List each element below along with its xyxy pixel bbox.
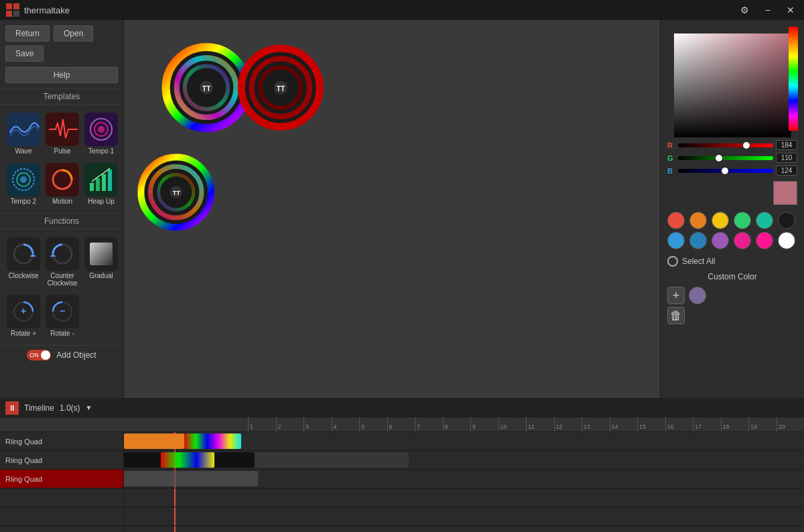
track-content-3[interactable] [124, 470, 804, 488]
custom-color-section-label: Custom Color [661, 269, 804, 284]
g-thumb [716, 155, 722, 161]
r-value-input[interactable] [776, 140, 797, 150]
minimize-button[interactable]: − [761, 3, 775, 17]
track-block-gray3[interactable] [124, 471, 258, 486]
template-tempo2[interactable]: Tempo 2 [5, 160, 42, 208]
swatch-red[interactable] [667, 212, 685, 229]
swatch-pink[interactable] [734, 232, 751, 249]
wave-icon [7, 113, 40, 146]
track-content-4[interactable] [124, 488, 804, 507]
track-content-2[interactable] [124, 451, 804, 469]
function-grid: Clockwise Counter Clockwise [0, 229, 123, 345]
timeline-cursor-5 [174, 507, 176, 525]
custom-add-button[interactable]: + [667, 287, 685, 304]
swatch-yellow[interactable] [712, 212, 729, 229]
color-preview-box [773, 181, 797, 205]
track-row-4 [0, 488, 804, 507]
template-motion[interactable]: Motion [44, 160, 80, 208]
r-slider-row: R [667, 140, 797, 150]
ruler-mark-16: 16 [665, 417, 693, 431]
svg-rect-2 [6, 11, 12, 17]
select-all-label: Select All [682, 257, 715, 266]
track-block-black1[interactable] [124, 452, 161, 468]
ruler-mark-5: 5 [359, 417, 387, 431]
template-grid: Wave Pulse [0, 105, 123, 213]
g-slider[interactable] [678, 156, 773, 160]
track-block-multi1[interactable] [184, 434, 241, 449]
r-slider[interactable] [678, 143, 773, 147]
swatch-hot-pink[interactable] [756, 232, 773, 249]
swatch-white[interactable] [778, 232, 795, 249]
timeline-section: ⏸ Timeline 1.0(s) ▼ 1 2 3 4 5 6 7 8 9 10… [0, 398, 804, 532]
help-button[interactable]: Help [5, 67, 118, 83]
track-content-5[interactable] [124, 507, 804, 525]
swatch-orange[interactable] [689, 212, 707, 229]
track-block-black2[interactable] [214, 452, 255, 468]
custom-add-row: + [667, 287, 797, 304]
track-block-multi2[interactable] [161, 452, 214, 468]
play-pause-button[interactable]: ⏸ [5, 401, 19, 415]
function-gradual[interactable]: Gradual [83, 235, 119, 289]
tempo2-icon [7, 163, 40, 196]
add-object-label: Add Object [56, 350, 96, 360]
hue-bar[interactable] [789, 27, 798, 131]
b-value-input[interactable] [776, 165, 797, 176]
track-row-3: Riing Quad [0, 470, 804, 488]
template-heapup[interactable]: Heap Up [83, 160, 119, 208]
timeline-dropdown[interactable]: ▼ [86, 404, 92, 411]
track-row-2: Riing Quad [0, 451, 804, 470]
return-button[interactable]: Return [5, 25, 50, 42]
open-button[interactable]: Open [54, 25, 93, 42]
swatch-blue[interactable] [667, 232, 685, 249]
track-label-1: Riing Quad [0, 432, 124, 450]
color-preview-row [661, 181, 804, 208]
timeline-cursor-4 [174, 488, 176, 507]
tempo2-icon-box [7, 163, 40, 196]
custom-color-swatch[interactable] [689, 287, 706, 304]
track-label-3: Riing Quad [0, 470, 124, 488]
ruler-mark-11: 11 [526, 417, 554, 431]
function-counter-clockwise[interactable]: Counter Clockwise [44, 235, 80, 289]
swatch-black[interactable] [778, 212, 795, 229]
motion-icon [46, 163, 79, 196]
heapup-icon-box [84, 163, 118, 196]
template-wave[interactable]: Wave [5, 110, 42, 157]
clockwise-icon-box [7, 237, 40, 271]
template-pulse[interactable]: Pulse [44, 110, 80, 157]
ruler-mark-20: 20 [777, 417, 805, 431]
b-thumb [722, 168, 728, 174]
close-button[interactable]: ✕ [783, 3, 799, 17]
select-all-checkbox[interactable] [667, 256, 678, 267]
save-button[interactable]: Save [5, 46, 44, 62]
ruler-mark-18: 18 [721, 417, 749, 431]
b-slider[interactable] [678, 169, 773, 173]
swatch-teal[interactable] [756, 212, 773, 229]
track-block-gray[interactable] [255, 452, 409, 468]
track-block-orange[interactable] [124, 434, 184, 449]
function-rotate-minus[interactable]: − Rotate - [44, 292, 80, 340]
function-clockwise[interactable]: Clockwise [5, 235, 42, 289]
function-rotate-plus[interactable]: + Rotate + [5, 292, 42, 340]
counter-clockwise-icon [46, 237, 79, 271]
template-tempo1[interactable]: Tempo 1 [83, 110, 119, 157]
swatch-purple[interactable] [712, 232, 729, 249]
g-value-input[interactable] [776, 153, 797, 163]
color-gradient[interactable] [674, 34, 791, 137]
track-label-2: Riing Quad [0, 451, 124, 469]
custom-delete-button[interactable]: 🗑 [667, 307, 685, 324]
swatch-dark-blue[interactable] [689, 232, 707, 249]
motion-icon-box [46, 163, 79, 196]
track-content-6[interactable] [124, 526, 804, 532]
track-content-1[interactable] [124, 432, 804, 450]
counter-clockwise-label: Counter Clockwise [46, 272, 79, 287]
track-row-6 [0, 526, 804, 532]
settings-button[interactable]: ⚙ [736, 3, 753, 17]
wave-label: Wave [15, 147, 31, 155]
svg-rect-21 [7, 237, 40, 271]
pulse-icon [46, 113, 79, 146]
rotate-minus-label: Rotate - [50, 330, 74, 337]
swatch-green[interactable] [734, 212, 751, 229]
add-object-row: ON Add Object [0, 345, 123, 364]
ruler-mark-19: 19 [748, 417, 777, 431]
add-object-toggle[interactable]: ON [27, 350, 51, 360]
